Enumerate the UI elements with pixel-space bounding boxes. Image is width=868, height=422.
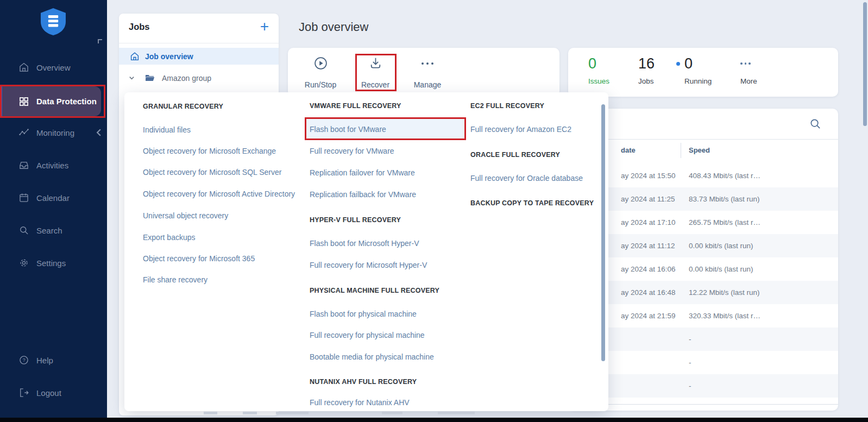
sidebar-item-monitoring[interactable]: Monitoring <box>0 123 107 142</box>
sidebar-item-settings[interactable]: Settings <box>0 254 107 272</box>
stat-jobs[interactable]: 16 Jobs <box>638 55 655 85</box>
cell-date: ay 2024 at 17:10 <box>621 211 676 234</box>
active-indicator <box>0 86 2 116</box>
sidebar-item-label: Logout <box>36 388 61 398</box>
sidebar-item-overview[interactable]: Overview <box>0 58 107 77</box>
app-shield-logo <box>41 8 66 35</box>
run-stop-button[interactable]: Run/Stop <box>298 56 343 89</box>
jobs-item-job-overview[interactable]: Job overview <box>119 48 279 65</box>
help-icon: ? <box>18 355 29 366</box>
recover-dropdown-menu: GRANULAR RECOVERY Individual files Objec… <box>124 92 608 411</box>
menu-item[interactable]: Full recovery for VMware <box>310 146 394 156</box>
menu-item[interactable]: Object recovery for Microsoft Exchange <box>143 146 276 156</box>
job-stats-card: 0 Issues 16 Jobs 0 Running More <box>568 48 838 97</box>
cell-speed: - <box>689 327 691 351</box>
divider <box>119 43 279 43</box>
folder-icon <box>144 73 155 83</box>
home-icon <box>130 52 140 61</box>
sidebar-item-label: Overview <box>36 63 71 72</box>
sidebar-item-label: Data Protection <box>36 97 97 106</box>
table-row[interactable]: ay 2024 at 17:10 265.75 Mbit/s (last r… <box>568 211 838 234</box>
sidebar-item-help[interactable]: ? Help <box>0 351 107 369</box>
dropdown-scrollbar-thumb[interactable] <box>601 104 605 361</box>
cell-speed: - <box>689 351 691 374</box>
menu-item[interactable]: Bootable media for physical machine <box>310 352 434 362</box>
table-bottom-divider <box>568 404 838 405</box>
menu-item[interactable]: Export backups <box>143 232 196 242</box>
sidebar-item-logout[interactable]: Logout <box>0 383 107 402</box>
menu-section-header: ORACLE FULL RECOVERY <box>470 150 560 160</box>
menu-item[interactable]: Full recovery for physical machine <box>310 330 425 340</box>
table-row[interactable]: ay 2024 at 15:50 408.43 Mbit/s (last r… <box>568 164 838 187</box>
cell-speed: 265.75 Mbit/s (last r… <box>689 211 760 234</box>
table-row[interactable]: ay 2024 at 16:06 0.00 kbit/s (last run) <box>568 257 838 281</box>
stat-running[interactable]: 0 Running <box>684 55 712 85</box>
table-row[interactable]: - <box>568 374 838 398</box>
calendar-icon <box>18 192 29 203</box>
menu-item[interactable]: File share recovery <box>143 275 207 285</box>
sidebar-item-calendar[interactable]: Calendar <box>0 188 107 207</box>
menu-section-header: BACKUP COPY TO TAPE RECOVERY <box>470 198 594 208</box>
search-icon[interactable] <box>809 118 822 130</box>
menu-item[interactable]: Flash boot for physical machine <box>310 309 417 319</box>
page-scrollbar-thumb[interactable] <box>863 2 867 126</box>
download-recover-icon <box>368 56 383 71</box>
sidebar-item-data-protection[interactable]: Data Protection <box>0 86 101 116</box>
occluded-row-sliver <box>276 412 309 414</box>
jobs-item-label: Amazon group <box>162 74 211 83</box>
menu-item-flash-boot-vmware[interactable]: Flash boot for VMware <box>310 124 386 134</box>
menu-item[interactable]: Universal object recovery <box>143 211 228 221</box>
table-row[interactable]: ay 2024 at 11:12 0.00 kbit/s (last run) <box>568 234 838 257</box>
sidebar-item-search[interactable]: Search <box>0 221 107 240</box>
sidebar-item-label: Activities <box>36 161 68 170</box>
menu-item[interactable]: Object recovery for Microsoft 365 <box>143 254 255 263</box>
stat-issues[interactable]: 0 Issues <box>588 55 609 85</box>
jobs-label: Jobs <box>638 77 655 85</box>
menu-item[interactable]: Individual files <box>143 125 191 135</box>
cell-speed: 320.33 Mbit/s (last r… <box>689 304 760 327</box>
menu-section-header: EC2 FULL RECOVERY <box>470 101 544 111</box>
sidebar-item-activities[interactable]: Activities <box>0 156 107 174</box>
menu-section-header: GRANULAR RECOVERY <box>143 102 223 111</box>
chevron-left-icon[interactable] <box>93 127 104 138</box>
occluded-row-sliver <box>243 412 257 414</box>
menu-item[interactable]: Replication failback for VMware <box>310 190 416 199</box>
manage-label: Manage <box>414 80 442 89</box>
job-actions-toolbar: Run/Stop Recover Manage <box>288 48 559 97</box>
chevron-down-icon[interactable] <box>128 74 135 81</box>
menu-item[interactable]: Object recovery for Microsoft SQL Server <box>143 167 281 177</box>
table-search-row <box>568 109 838 140</box>
menu-item[interactable]: Replication failover for VMware <box>310 168 415 178</box>
table-row[interactable]: - <box>568 327 838 351</box>
recover-label: Recover <box>361 80 389 89</box>
menu-item[interactable]: Full recovery for Microsoft Hyper-V <box>310 260 427 270</box>
table-header-row: date Speed <box>568 140 838 164</box>
jobs-item-amazon-group[interactable]: Amazon group <box>119 70 279 86</box>
column-header-speed[interactable]: Speed <box>689 146 710 154</box>
menu-item[interactable]: Full recovery for Nutanix AHV <box>310 398 410 407</box>
recover-button[interactable]: Recover <box>353 56 398 89</box>
occluded-row-sliver <box>438 412 475 414</box>
table-row[interactable]: ay 2024 at 16:48 12.22 Mbit/s (last run) <box>568 281 838 304</box>
table-row[interactable]: ay 2024 at 21:59 320.33 Mbit/s (last r… <box>568 304 838 327</box>
stat-more[interactable]: More <box>740 55 757 85</box>
cell-date: ay 2024 at 21:59 <box>621 304 676 327</box>
cell-speed: 83.73 Mbit/s (last run) <box>689 187 760 211</box>
column-header-date[interactable]: date <box>621 146 636 154</box>
add-job-button[interactable]: + <box>260 17 269 36</box>
panel-collapse-handle[interactable] <box>98 39 102 43</box>
sidebar-item-label: Help <box>36 356 53 365</box>
grid-icon <box>18 96 29 107</box>
menu-item[interactable]: Full recovery for Amazon EC2 <box>470 124 571 134</box>
sidebar-item-label: Monitoring <box>36 128 74 137</box>
menu-item[interactable]: Flash boot for Microsoft Hyper-V <box>310 238 419 248</box>
cell-speed: 408.43 Mbit/s (last r… <box>689 164 760 187</box>
manage-button[interactable]: Manage <box>405 56 450 89</box>
more-label: More <box>740 77 757 85</box>
logout-icon <box>18 387 29 398</box>
table-row[interactable]: ay 2024 at 11:25 83.73 Mbit/s (last run) <box>568 187 838 211</box>
menu-item[interactable]: Object recovery for Microsoft Active Dir… <box>143 189 295 199</box>
cell-date: ay 2024 at 15:50 <box>621 164 676 187</box>
menu-item[interactable]: Full recovery for Oracle database <box>470 173 583 183</box>
table-row[interactable]: - <box>568 351 838 374</box>
